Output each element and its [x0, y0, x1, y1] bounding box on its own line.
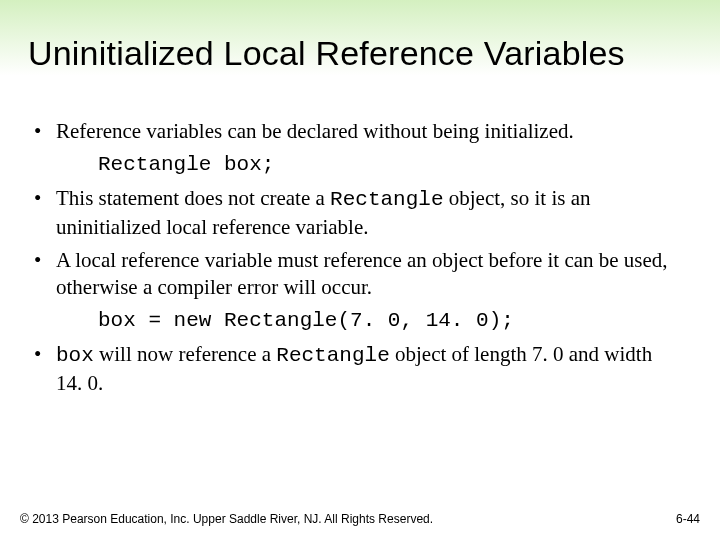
bullet-3: A local reference variable must referenc… — [28, 247, 680, 301]
bullet-list: Reference variables can be declared with… — [28, 118, 680, 145]
page-number: 6-44 — [676, 512, 700, 526]
bullet-4-code2: Rectangle — [276, 344, 389, 367]
code-line-2: box = new Rectangle(7. 0, 14. 0); — [28, 307, 680, 335]
bullet-2-code: Rectangle — [330, 188, 443, 211]
slide-title: Uninitialized Local Reference Variables — [28, 34, 692, 73]
bullet-list-2: This statement does not create a Rectang… — [28, 185, 680, 301]
bullet-list-3: box will now reference a Rectangle objec… — [28, 341, 680, 397]
footer: © 2013 Pearson Education, Inc. Upper Sad… — [20, 512, 700, 526]
bullet-4-code1: box — [56, 344, 94, 367]
bullet-4-mid1: will now reference a — [94, 342, 277, 366]
bullet-2: This statement does not create a Rectang… — [28, 185, 680, 241]
copyright-text: © 2013 Pearson Education, Inc. Upper Sad… — [20, 512, 433, 526]
bullet-2-pre: This statement does not create a — [56, 186, 330, 210]
slide: Uninitialized Local Reference Variables … — [0, 0, 720, 540]
bullet-1: Reference variables can be declared with… — [28, 118, 680, 145]
bullet-4: box will now reference a Rectangle objec… — [28, 341, 680, 397]
slide-body: Reference variables can be declared with… — [28, 118, 680, 403]
code-line-1: Rectangle box; — [28, 151, 680, 179]
